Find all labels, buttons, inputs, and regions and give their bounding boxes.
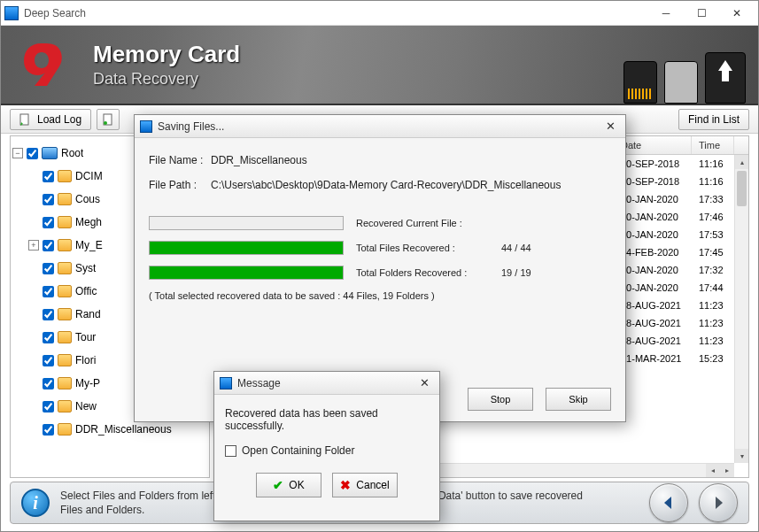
cell-time: 15:23: [692, 353, 734, 364]
cell-time: 11:23: [692, 318, 734, 328]
tree-item-label: New: [75, 400, 97, 412]
file-name-label: File Name :: [149, 154, 204, 166]
toolbar-extra-button[interactable]: [97, 109, 120, 130]
saving-dialog-title: Saving Files...: [158, 120, 600, 133]
load-log-button[interactable]: Load Log: [10, 109, 91, 130]
open-folder-row[interactable]: Open Containing Folder: [225, 444, 429, 457]
logo-icon: [17, 40, 66, 89]
titlebar: Deep Search ─ ☐ ✕: [1, 1, 758, 26]
tree-item-label: Rand: [75, 308, 101, 320]
window-title: Deep Search: [24, 7, 648, 19]
x-icon: ✖: [340, 478, 351, 492]
prev-button[interactable]: [649, 483, 688, 522]
load-log-label: Load Log: [37, 113, 81, 126]
scroll-right-icon[interactable]: ▸: [720, 464, 734, 477]
info-icon: i: [21, 489, 50, 517]
tree-item-label: Cous: [75, 193, 100, 205]
message-close-button[interactable]: ✕: [414, 374, 434, 392]
tree-item-label: Megh: [75, 216, 102, 228]
tree-checkbox[interactable]: [43, 263, 54, 274]
tree-item-label: DCIM: [75, 170, 103, 182]
total-folders-value: 19 / 19: [501, 267, 554, 278]
tree-checkbox[interactable]: [43, 424, 54, 436]
close-button[interactable]: ✕: [719, 3, 755, 24]
cancel-button[interactable]: ✖ Cancel: [332, 473, 398, 497]
svg-point-2: [104, 121, 107, 125]
tree-item-label: My_E: [75, 239, 103, 251]
message-dialog-body: Recovered data has been saved successful…: [214, 395, 439, 510]
progress-current: [149, 216, 344, 230]
sd-card-icons: [623, 52, 746, 104]
drive-icon: [42, 147, 58, 159]
find-in-list-button[interactable]: Find in List: [678, 109, 749, 130]
saving-close-button[interactable]: ✕: [600, 118, 620, 135]
message-dialog: Message ✕ Recovered data has been saved …: [213, 371, 440, 521]
stop-button[interactable]: Stop: [468, 388, 533, 411]
banner-title-block: Memory Card Data Recovery: [93, 41, 240, 89]
minimize-button[interactable]: ─: [648, 3, 684, 24]
next-button[interactable]: [699, 483, 738, 522]
folder-icon: [58, 216, 72, 228]
tree-root-label: Root: [61, 147, 83, 159]
file-path-value: C:\Users\abc\Desktop\9Data-Memory Card-R…: [211, 179, 561, 191]
blank: [28, 332, 39, 343]
cell-time: 17:53: [692, 229, 734, 240]
tree-checkbox[interactable]: [43, 240, 54, 251]
sd-card-icon: [664, 61, 698, 104]
folder-icon: [58, 423, 72, 436]
folder-icon: [58, 308, 72, 320]
header-banner: Memory Card Data Recovery: [1, 26, 758, 105]
total-folders-label: Total Folders Recovered :: [356, 267, 489, 278]
tree-checkbox[interactable]: [43, 309, 54, 320]
folder-icon: [58, 239, 72, 251]
app-icon: [4, 6, 19, 20]
tree-checkbox[interactable]: [43, 378, 54, 389]
app-icon: [220, 377, 232, 389]
cell-time: 17:45: [692, 247, 734, 258]
tree-checkbox[interactable]: [43, 286, 54, 297]
folder-icon: [58, 354, 72, 366]
next-icon: [709, 494, 727, 512]
saving-dialog-titlebar: Saving Files... ✕: [135, 115, 625, 138]
tree-checkbox[interactable]: [43, 171, 54, 182]
progress-files: [149, 241, 344, 255]
scroll-left-icon[interactable]: ◂: [706, 464, 720, 477]
blank: [28, 378, 39, 389]
ok-button[interactable]: ✔ OK: [256, 473, 321, 497]
vertical-scrollbar[interactable]: ▴ ▾: [734, 155, 748, 463]
total-files-label: Total Files Recovered :: [356, 243, 489, 253]
tree-checkbox[interactable]: [43, 194, 54, 205]
expand-icon[interactable]: +: [28, 240, 39, 251]
folder-icon: [58, 262, 72, 274]
maximize-button[interactable]: ☐: [684, 3, 719, 24]
ok-label: OK: [289, 479, 304, 491]
collapse-icon[interactable]: −: [12, 148, 23, 158]
tree-checkbox[interactable]: [43, 217, 54, 228]
cell-time: 11:16: [692, 176, 734, 187]
skip-button[interactable]: Skip: [546, 388, 611, 411]
tree-checkbox[interactable]: [43, 355, 54, 366]
banner-title: Memory Card: [93, 41, 240, 68]
folder-icon: [58, 285, 72, 297]
open-folder-checkbox[interactable]: [225, 445, 236, 457]
cell-time: 17:32: [692, 265, 734, 275]
tree-item-label: Flori: [75, 354, 96, 366]
scrollbar-thumb[interactable]: [737, 171, 747, 206]
cell-time: 11:16: [692, 158, 734, 169]
tree-checkbox[interactable]: [27, 148, 38, 159]
banner-subtitle: Data Recovery: [93, 70, 240, 89]
log-icon: [19, 113, 32, 126]
tree-checkbox[interactable]: [43, 332, 54, 343]
blank: [28, 217, 39, 227]
tree-item-label: Syst: [75, 262, 96, 274]
open-folder-label: Open Containing Folder: [242, 444, 354, 457]
blank: [28, 171, 39, 181]
tree-checkbox[interactable]: [43, 401, 54, 412]
saving-summary: ( Total selected recovered data to be sa…: [149, 290, 611, 301]
scroll-up-icon[interactable]: ▴: [735, 155, 748, 169]
folder-icon: [58, 331, 72, 343]
scroll-down-icon[interactable]: ▾: [735, 449, 748, 463]
col-time[interactable]: Time: [692, 136, 734, 154]
tree-item-label: DDR_Miscellaneous: [75, 423, 172, 436]
folder-icon: [58, 400, 72, 412]
